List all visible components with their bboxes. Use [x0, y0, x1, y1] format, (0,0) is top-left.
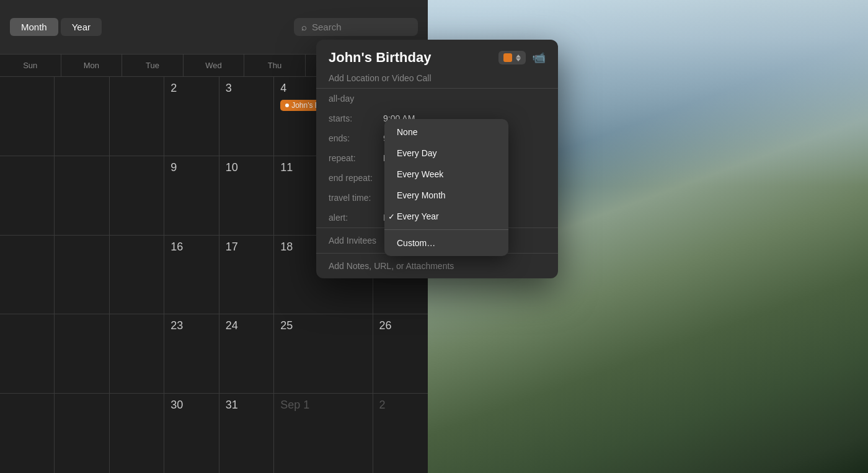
dropdown-item-every-week[interactable]: Every Week [384, 164, 508, 185]
travel-time-label: travel time: [329, 193, 378, 203]
video-icon: 📹 [532, 51, 546, 64]
table-row[interactable] [110, 394, 164, 473]
toolbar-nav: Month Year [10, 18, 102, 36]
table-row[interactable]: 9 [164, 156, 219, 236]
add-notes[interactable]: Add Notes, URL, or Attachments [316, 253, 558, 278]
table-row[interactable]: 25 [274, 314, 373, 394]
dropdown-item-every-month[interactable]: Every Month [384, 185, 508, 206]
dropdown-item-label: Every Month [397, 190, 446, 200]
table-row[interactable] [55, 314, 109, 394]
dropdown-item-label: Every Year [397, 211, 439, 221]
table-row[interactable]: 2 [164, 77, 219, 156]
table-row[interactable]: 23 [164, 314, 219, 394]
dropdown-item-label: None [397, 127, 417, 137]
table-row[interactable] [0, 156, 55, 236]
table-row[interactable]: Sep 1 [274, 394, 373, 473]
ends-label: ends: [329, 133, 378, 143]
event-detail-panel: John's Birthday 📹 Add Location or Video … [316, 40, 558, 278]
day-header-wed: Wed [184, 55, 245, 76]
dropdown-item-every-day[interactable]: Every Day [384, 143, 508, 164]
table-row[interactable] [55, 77, 109, 156]
dropdown-item-none[interactable]: None [384, 122, 508, 143]
search-icon: ⌕ [301, 22, 307, 32]
event-dot [285, 104, 289, 107]
table-row[interactable] [0, 77, 55, 156]
table-row[interactable] [55, 394, 109, 473]
allday-label: all-day [329, 94, 378, 104]
table-row[interactable]: 31 [219, 394, 274, 473]
search-bar[interactable]: ⌕ Search [294, 18, 418, 36]
location-placeholder: Add Location or Video Call [329, 73, 432, 83]
table-row[interactable] [110, 77, 164, 156]
dropdown-item-label: Every Week [397, 169, 443, 179]
dropdown-item-label: Custom… [397, 238, 435, 248]
day-header-mon: Mon [61, 55, 123, 76]
table-row[interactable] [0, 314, 55, 394]
repeat-dropdown: None Every Day Every Week Every Month Ev… [384, 119, 508, 256]
search-placeholder: Search [312, 22, 342, 32]
event-panel-header: John's Birthday 📹 [316, 40, 558, 71]
day-header-tue: Tue [122, 55, 184, 76]
table-row[interactable]: 26 [373, 314, 428, 394]
table-row[interactable]: 2 [373, 394, 428, 473]
stepper-down-icon [516, 58, 521, 61]
end-repeat-label: end repeat: [329, 173, 378, 183]
stepper-arrows [516, 55, 521, 61]
dropdown-item-every-year[interactable]: Every Year [384, 206, 508, 227]
starts-label: starts: [329, 113, 378, 123]
table-row[interactable] [110, 236, 164, 315]
event-title: John's Birthday [329, 50, 431, 66]
table-row[interactable]: 16 [164, 236, 219, 315]
location-field[interactable]: Add Location or Video Call [316, 71, 558, 88]
day-header-thu: Thu [244, 55, 306, 76]
table-row[interactable]: 30 [164, 394, 219, 473]
table-row[interactable] [0, 394, 55, 473]
month-button[interactable]: Month [10, 18, 58, 36]
alert-label: alert: [329, 213, 378, 223]
table-row[interactable]: 3 [219, 77, 274, 156]
table-row[interactable]: 24 [219, 314, 274, 394]
table-row[interactable] [55, 236, 109, 315]
color-picker[interactable] [498, 51, 526, 64]
color-dot [503, 53, 512, 62]
table-row[interactable]: 10 [219, 156, 274, 236]
table-row[interactable]: 17 [219, 236, 274, 315]
stepper-up-icon [516, 55, 521, 58]
table-row[interactable] [110, 156, 164, 236]
dropdown-item-label: Every Day [397, 148, 437, 158]
allday-row: all-day [316, 89, 558, 108]
dropdown-separator [384, 229, 508, 230]
repeat-label: repeat: [329, 153, 378, 163]
year-button[interactable]: Year [61, 18, 102, 36]
table-row[interactable] [110, 314, 164, 394]
table-row[interactable] [55, 156, 109, 236]
dropdown-item-custom[interactable]: Custom… [384, 232, 508, 254]
table-row[interactable] [0, 236, 55, 315]
day-header-sun: Sun [0, 55, 61, 76]
